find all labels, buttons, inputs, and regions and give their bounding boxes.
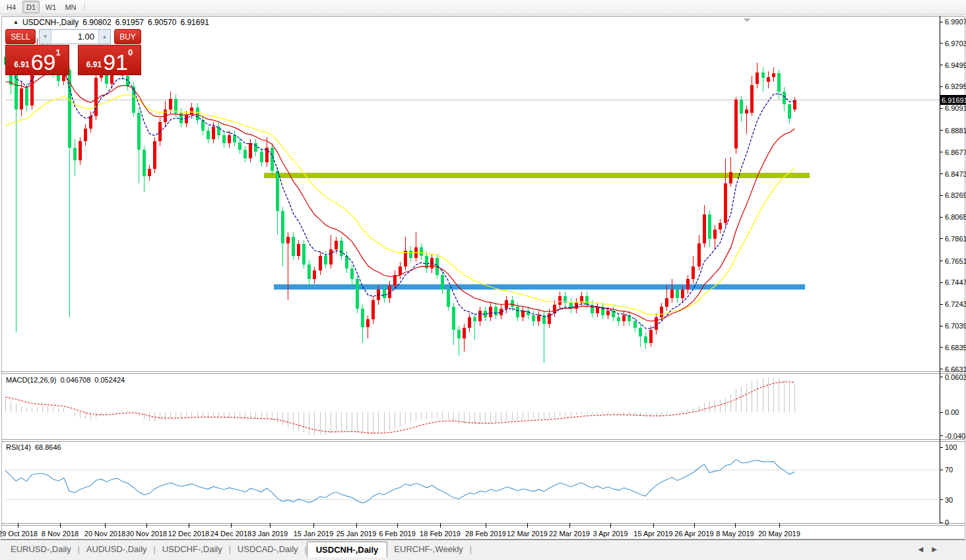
candle (745, 109, 748, 113)
candle (617, 317, 620, 321)
chart-title: ▲ USDCNH-,Daily 6.90802 6.91957 6.90570 … (13, 18, 209, 27)
candle (772, 73, 775, 77)
one-click-trading-panel: SELL ▼ ▲ BUY 6.91 69 1 6.91 91 0 (5, 29, 141, 75)
candle (708, 214, 711, 239)
collapse-triangle-icon[interactable]: ▲ (13, 20, 18, 25)
candle (686, 279, 690, 290)
candle (243, 150, 247, 158)
tab-scroll-left-icon[interactable]: ◀ (918, 545, 924, 553)
svg-text:6.88810: 6.88810 (945, 127, 966, 135)
candle (457, 330, 461, 338)
macd-value-signal: 0.052424 (94, 376, 125, 384)
candle (143, 150, 146, 176)
tab-scroll-right-icon[interactable]: ▶ (932, 545, 937, 553)
candle (783, 92, 786, 104)
chart-tab-usdchf-daily[interactable]: USDCHF-,Daily (156, 540, 229, 558)
svg-text:22 Mar 2019: 22 Mar 2019 (549, 530, 590, 538)
chart-tab-audusd-daily[interactable]: AUDUSD-,Daily (80, 540, 154, 558)
buy-button[interactable]: BUY (114, 29, 141, 44)
candle (596, 307, 599, 313)
svg-text:8 Nov 2018: 8 Nov 2018 (42, 530, 79, 538)
svg-text:6.94990: 6.94990 (945, 61, 966, 69)
candle (606, 311, 610, 315)
candle (622, 315, 626, 322)
candle (340, 241, 343, 256)
svg-text:20 May 2019: 20 May 2019 (758, 530, 800, 538)
candle (697, 243, 701, 266)
svg-text:24 Dec 2018: 24 Dec 2018 (210, 530, 251, 538)
timeframe-button-h4[interactable]: H4 (3, 1, 20, 13)
candle (383, 290, 386, 298)
volume-input[interactable] (51, 30, 99, 44)
candle (302, 244, 306, 264)
candle (319, 256, 322, 271)
candle (532, 315, 535, 322)
candle (676, 290, 679, 298)
candle (729, 172, 732, 184)
candle (489, 307, 492, 317)
candle (660, 307, 663, 317)
price-chart-canvas[interactable]: 6.990706.970306.949906.929506.909106.888… (0, 15, 966, 540)
ohlc-close: 6.91691 (180, 18, 209, 27)
chart-tab-eurchf-weekly[interactable]: EURCHF-,Weekly (387, 540, 470, 558)
svg-text:6.99070: 6.99070 (945, 18, 966, 26)
candle (148, 169, 151, 176)
svg-text:6.66310: 6.66310 (945, 365, 966, 373)
candle (703, 214, 706, 243)
candle (585, 296, 589, 305)
timeframe-button-d1[interactable]: D1 (22, 1, 40, 13)
buy-price-pips: 91 (103, 53, 128, 72)
svg-text:70: 70 (945, 466, 953, 474)
volume-decrease-icon[interactable]: ▼ (40, 30, 51, 44)
svg-text:6.72430: 6.72430 (945, 300, 966, 308)
sell-button[interactable]: SELL (5, 29, 36, 44)
candle (734, 100, 738, 148)
candle (350, 268, 354, 279)
candle (639, 328, 642, 336)
chart-tab-usdcnh-daily[interactable]: USDCNH-,Daily (307, 542, 388, 557)
volume-increase-icon[interactable]: ▲ (99, 30, 110, 44)
candle (767, 77, 770, 82)
svg-text:30 Nov 2018: 30 Nov 2018 (126, 530, 167, 538)
svg-text:12 Dec 2018: 12 Dec 2018 (168, 530, 209, 538)
candle (447, 290, 450, 307)
mt4-terminal-window: { "toolbar": { "timeframes": [ {"label":… (0, 0, 966, 560)
svg-text:0: 0 (945, 518, 949, 526)
buy-price-box[interactable]: 6.91 91 0 (78, 45, 141, 75)
svg-text:6.70390: 6.70390 (945, 322, 966, 330)
candle (281, 211, 284, 243)
candle (750, 85, 754, 113)
candle (756, 73, 759, 84)
candle (137, 113, 141, 150)
candle (537, 315, 540, 322)
svg-text:8 May 2019: 8 May 2019 (716, 530, 754, 538)
candle (494, 307, 498, 315)
chart-symbol-label: USDCNH-,Daily (22, 18, 79, 27)
candle (788, 104, 791, 119)
candle (174, 99, 177, 113)
sell-price-box[interactable]: 6.91 69 1 (5, 45, 69, 75)
timeframe-toolbar: H4D1W1MN (0, 0, 966, 15)
macd-name: MACD(12,26,9) (6, 376, 56, 384)
candle (254, 143, 257, 152)
candle (399, 266, 402, 275)
svg-text:6.68350: 6.68350 (945, 344, 966, 352)
timeframe-button-mn[interactable]: MN (62, 1, 79, 13)
candle (633, 321, 637, 328)
candle (207, 131, 210, 139)
timeframe-button-w1[interactable]: W1 (42, 1, 59, 13)
candle (179, 113, 183, 123)
svg-text:6.90910: 6.90910 (945, 104, 966, 112)
chart-tab-eurusd-daily[interactable]: EURUSD-,Daily (4, 540, 78, 558)
chart-tab-usdcad-daily[interactable]: USDCAD-,Daily (231, 540, 305, 558)
svg-text:15 Apr 2019: 15 Apr 2019 (633, 530, 672, 538)
ohlc-open: 6.90802 (82, 18, 111, 27)
candle (724, 183, 727, 222)
candle (777, 73, 781, 91)
candle (761, 73, 765, 78)
support-ray-blue (274, 284, 805, 290)
svg-text:6.76510: 6.76510 (945, 257, 966, 265)
sell-price-prefix: 6.91 (14, 60, 29, 69)
candle (505, 300, 508, 309)
svg-text:6.92950: 6.92950 (945, 82, 966, 90)
